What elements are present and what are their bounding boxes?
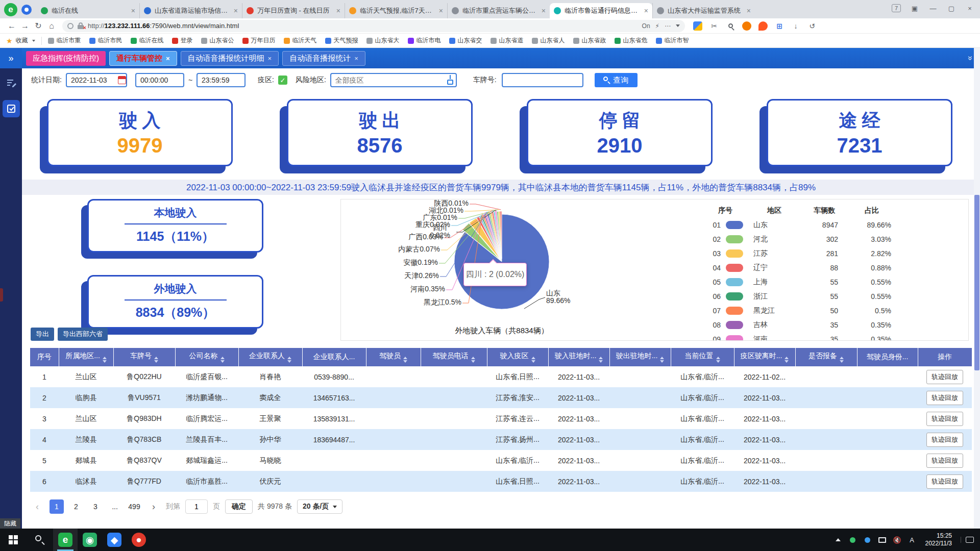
sort-arrows-icon[interactable] (403, 357, 407, 363)
side-panel-handle[interactable] (0, 288, 3, 302)
favorites-star-icon[interactable]: ★ (6, 37, 13, 45)
bookmark-item[interactable]: 临沂市智 (656, 36, 689, 45)
export-button[interactable]: 导出 (31, 328, 54, 341)
sogou-icon[interactable] (742, 21, 751, 31)
bookmark-item[interactable]: 万年日历 (242, 36, 276, 45)
column-header[interactable]: 当前位置 (671, 348, 734, 366)
column-header[interactable]: 疫区驶离时... (734, 348, 795, 366)
sort-arrows-icon[interactable] (531, 357, 535, 363)
page-1[interactable]: 1 (50, 499, 64, 514)
bookmark-item[interactable]: 登录 (172, 36, 193, 45)
search-icon[interactable] (726, 21, 735, 31)
tab-emergency-command[interactable]: 应急指挥(疫情防控) (26, 51, 106, 66)
goto-page-input[interactable] (185, 499, 208, 514)
tab-close-icon[interactable]: × (644, 7, 648, 15)
tab-close-icon[interactable]: × (439, 7, 443, 15)
replay-button[interactable]: 轨迹回放 (926, 370, 963, 384)
column-header[interactable]: 操作 (918, 348, 972, 366)
extension-puzzle-icon[interactable] (693, 21, 702, 31)
page-499[interactable]: 499 (127, 499, 141, 514)
column-header[interactable]: 所属地区... (59, 348, 113, 366)
form-edit-icon[interactable] (0, 78, 22, 89)
site-info-icon[interactable] (67, 23, 74, 29)
bookmark-item[interactable]: 天气预报 (325, 36, 358, 45)
bookmark-item[interactable]: 山东省政 (573, 36, 606, 45)
time-to-input[interactable] (197, 73, 246, 87)
more-actions-icon[interactable]: ⋯ (665, 22, 671, 30)
browser-tab[interactable]: 临沂市重点营运车辆公共服务× (447, 3, 550, 18)
input-method-icon[interactable]: A (908, 535, 917, 544)
sidebar-expand-button[interactable]: » (0, 48, 22, 68)
hidden-icons-chevron[interactable] (834, 535, 843, 544)
notification-center-icon[interactable] (961, 537, 978, 543)
risk-area-input[interactable] (330, 73, 457, 87)
export-west-button[interactable]: 导出西部六省 (58, 328, 108, 341)
bookmark-item[interactable]: 山东省交 (449, 36, 482, 45)
column-header[interactable]: 驾驶员 (366, 348, 421, 366)
lightning-icon[interactable]: ⚡ (655, 22, 659, 30)
taskbar-app-red[interactable]: ● (127, 529, 151, 551)
tab-close-icon[interactable]: × (336, 7, 340, 15)
minimize-button[interactable]: — (926, 2, 940, 14)
bookmark-item[interactable]: 山东省危 (615, 36, 648, 45)
back-button[interactable]: ← (5, 21, 18, 31)
start-button[interactable] (0, 529, 27, 551)
time-from-input[interactable] (135, 73, 184, 87)
bookmark-item[interactable]: 山东省公 (201, 36, 234, 45)
bookmark-item[interactable]: 山东省大 (366, 36, 400, 45)
forward-button[interactable]: → (18, 21, 32, 31)
clock[interactable]: 15:25 2022/11/3 (922, 532, 955, 547)
display-icon[interactable] (878, 535, 887, 544)
close-button[interactable]: × (963, 2, 977, 14)
history-icon[interactable]: ↺ (807, 21, 817, 31)
column-header[interactable]: 车牌号 (113, 348, 175, 366)
taskbar-app-browser[interactable]: e (53, 529, 78, 551)
close-icon[interactable]: × (268, 55, 272, 62)
tab-vehicle-control[interactable]: 通行车辆管控× (109, 51, 177, 66)
sort-arrows-icon[interactable] (287, 357, 291, 363)
address-bar[interactable]: × http://123.232.111.66:7590/web.mnt/vie… (62, 20, 685, 32)
epidemic-checkbox[interactable]: ✓ (278, 76, 287, 85)
tab-voice-broadcast-detail[interactable]: 自动语音播报统计明细× (181, 51, 279, 66)
query-button[interactable]: 查询 (595, 73, 638, 87)
home-button[interactable]: ⌂ (45, 21, 58, 31)
scissors-icon[interactable]: ✂ (709, 21, 719, 31)
bookmark-item[interactable]: 临沂在线 (131, 36, 164, 45)
tab-close-icon[interactable]: × (234, 7, 238, 15)
vehicle-module-icon[interactable] (0, 100, 22, 117)
profile-icon[interactable]: 7 (892, 4, 901, 12)
sort-arrows-icon[interactable] (660, 357, 664, 363)
replay-button[interactable]: 轨迹回放 (926, 433, 963, 447)
browser-tab[interactable]: 山东省大件运输监管系统× (652, 3, 755, 18)
tab-close-icon[interactable]: × (747, 7, 751, 15)
blue-status-icon[interactable] (863, 535, 872, 544)
sort-arrows-icon[interactable] (716, 357, 720, 363)
hide-button[interactable]: 隐藏 (0, 518, 20, 529)
bookmark-item[interactable]: 临沂市重 (48, 36, 81, 45)
refresh-button[interactable]: ↻ (32, 21, 45, 31)
taskbar-search-button[interactable] (27, 529, 53, 551)
page-scrollbar[interactable] (974, 48, 980, 529)
bookmark-item[interactable]: 山东省道 (491, 36, 524, 45)
replay-button[interactable]: 轨迹回放 (926, 412, 963, 426)
bookmark-item[interactable]: 山东省人 (532, 36, 565, 45)
tab-voice-broadcast[interactable]: 自动语音播报统计× (282, 51, 365, 66)
url-dropdown-icon[interactable] (676, 24, 680, 27)
flame-icon[interactable] (758, 21, 768, 31)
green-status-icon[interactable] (848, 535, 857, 544)
browser-tab[interactable]: 临沂天气预报,临沂7天天气预× (345, 3, 447, 18)
column-header[interactable]: 驶入驻地时... (548, 348, 609, 366)
taskbar-app-wechat[interactable]: ◉ (78, 529, 102, 551)
sort-arrows-icon[interactable] (599, 357, 603, 363)
column-header[interactable]: 驶入疫区 (487, 348, 548, 366)
bookmark-item[interactable]: 临沂市民 (89, 36, 122, 45)
plate-input[interactable] (502, 73, 583, 87)
bookmark-item[interactable]: 临沂市电 (408, 36, 441, 45)
page-2[interactable]: 2 (69, 499, 83, 514)
column-header[interactable]: 驶出驻地时... (609, 348, 671, 366)
page-size-select[interactable]: 20 条/页 (297, 499, 342, 514)
sort-arrows-icon[interactable] (840, 357, 844, 363)
column-header[interactable]: 公司名称 (175, 348, 238, 366)
column-header[interactable]: 驾驶员身份... (857, 348, 918, 366)
prev-page-icon[interactable]: ‹ (30, 499, 44, 514)
